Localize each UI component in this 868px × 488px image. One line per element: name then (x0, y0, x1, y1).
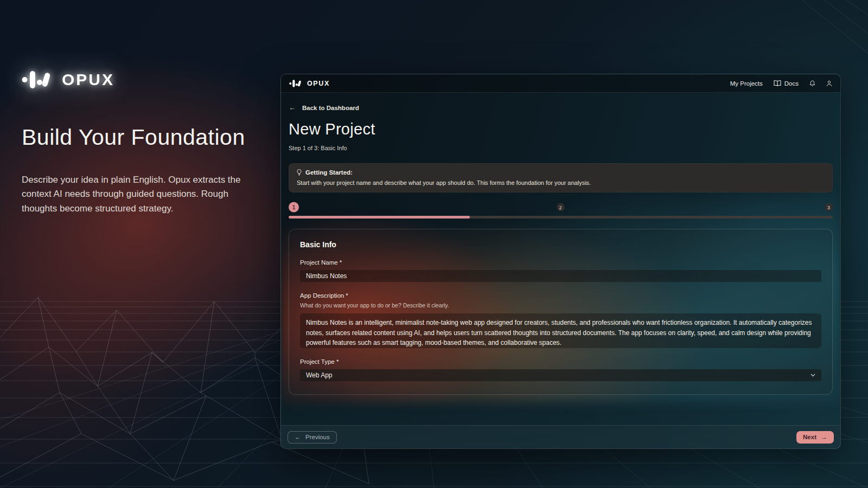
nav-docs-label: Docs (784, 80, 799, 87)
hero-brand-text: OPUX (62, 70, 114, 89)
basic-info-card: Basic Info Project Name * App Descriptio… (289, 229, 833, 395)
step-2-dot[interactable]: 2 (557, 203, 565, 211)
app-window: OPUX My Projects Docs (280, 74, 841, 449)
next-arrow-icon: → (821, 433, 827, 441)
getting-started-tip: Getting Started: Start with your project… (289, 163, 833, 192)
book-icon (774, 80, 781, 86)
app-description-label: App Description * (300, 292, 821, 299)
back-to-dashboard-link[interactable]: ← Back to Dashboard (289, 104, 359, 112)
header-brand-text: OPUX (307, 80, 330, 87)
project-name-input[interactable] (300, 270, 821, 282)
bell-icon (809, 80, 815, 87)
project-type-select[interactable]: Web App (300, 369, 821, 381)
app-description-textarea[interactable]: Nimbus Notes is an intelligent, minimali… (300, 313, 821, 348)
back-label: Back to Dashboard (302, 105, 359, 111)
user-icon (826, 80, 832, 87)
project-type-label: Project Type * (300, 358, 821, 365)
step-1-dot[interactable]: 1 (289, 202, 299, 213)
previous-label: Previous (305, 434, 330, 440)
lightbulb-icon (297, 169, 302, 176)
app-description-hint: What do you want your app to do or be? D… (300, 302, 821, 309)
opux-logo-icon (22, 68, 55, 91)
nav-docs[interactable]: Docs (774, 80, 799, 87)
hero-brand-logo: OPUX (22, 68, 271, 91)
nav-my-projects-label: My Projects (730, 80, 763, 87)
card-title: Basic Info (300, 240, 821, 249)
opux-logo-icon-small (289, 79, 303, 88)
page-title: New Project (289, 120, 833, 138)
header-nav: My Projects Docs (730, 80, 832, 87)
hero-panel: OPUX Build Your Foundation Describe your… (22, 68, 271, 216)
project-type-value: Web App (306, 371, 332, 379)
next-label: Next (803, 434, 816, 440)
previous-button[interactable]: ← Previous (288, 431, 337, 444)
step-3-dot[interactable]: 3 (825, 203, 833, 211)
account-button[interactable] (826, 80, 832, 87)
progress-track (289, 216, 833, 219)
nav-my-projects[interactable]: My Projects (730, 80, 763, 87)
hero-title: Build Your Foundation (22, 125, 271, 150)
tip-body: Start with your project name and describ… (297, 179, 825, 186)
tip-title: Getting Started: (305, 169, 353, 176)
next-button[interactable]: Next → (796, 431, 834, 444)
stepper: 1 2 3 (289, 202, 833, 213)
progress-fill (289, 216, 470, 219)
chevron-down-icon (810, 374, 815, 377)
window-header: OPUX My Projects Docs (281, 74, 840, 93)
window-body: ← Back to Dashboard New Project Step 1 o… (281, 93, 840, 426)
wizard-footer: ← Previous Next → (281, 425, 840, 448)
back-arrow-icon: ← (289, 104, 296, 112)
step-indicator-text: Step 1 of 3: Basic Info (289, 145, 833, 151)
header-brand[interactable]: OPUX (289, 79, 330, 88)
project-name-label: Project Name * (300, 259, 821, 266)
previous-arrow-icon: ← (295, 433, 301, 441)
notifications-button[interactable] (809, 80, 815, 87)
hero-description: Describe your idea in plain English. Opu… (22, 173, 259, 216)
